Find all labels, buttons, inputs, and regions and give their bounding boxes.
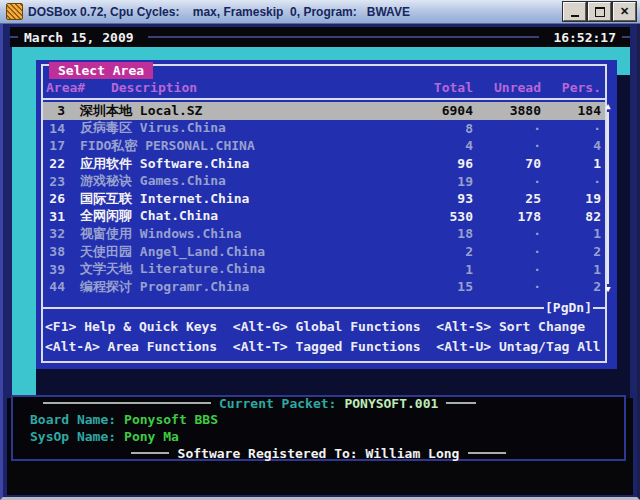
area-personal-count: ·: [541, 121, 601, 136]
area-list-row[interactable]: 44 编程探讨 Programr.China 15 · 2: [43, 278, 605, 296]
divider: [446, 402, 476, 404]
area-total-count: 4: [387, 138, 473, 153]
area-list-row[interactable]: 22 应用软件 Software.China 96 70 1: [43, 155, 605, 173]
packet-info-box: Current Packet: PONYSOFT.001 Board Name:…: [11, 395, 626, 461]
area-description: 反病毒区 Virus.China: [65, 119, 387, 137]
list-header: Area# Description Total Unread Pers.: [43, 78, 605, 96]
area-description: 国际互联 Internet.China: [65, 190, 387, 208]
function-keys-line2: <Alt-A> Area Functions <Alt-T> Tagged Fu…: [43, 338, 605, 356]
area-description: 游戏秘诀 Games.China: [65, 172, 387, 190]
column-header-pers: Pers.: [541, 80, 601, 95]
area-list-row[interactable]: 32 视窗使用 Windows.China 18 · 1: [43, 225, 605, 243]
packet-label: Current Packet:: [219, 396, 336, 411]
divider: [622, 36, 630, 38]
window-title: DOSBox 0.72, Cpu Cycles: max, Frameskip …: [28, 5, 563, 19]
area-unread-count: ·: [473, 279, 541, 294]
area-number: 31: [43, 209, 65, 224]
window-controls: ✕: [563, 2, 636, 21]
panel-shadow-right: [617, 75, 630, 400]
area-personal-count: 184: [541, 103, 601, 118]
area-list-row[interactable]: 26 国际互联 Internet.China 93 25 19: [43, 190, 605, 208]
divider: [43, 307, 544, 309]
area-total-count: 19: [387, 174, 473, 189]
pgdn-separator: [PgDn]: [43, 300, 605, 316]
current-time: 16:52:17: [553, 30, 616, 45]
scrollbar-track[interactable]: [607, 112, 609, 284]
minimize-button[interactable]: [563, 2, 586, 21]
area-list-row[interactable]: 3 深圳本地 Local.SZ 6904 3880 184: [43, 102, 605, 120]
dos-display: March 15, 2009 16:52:17 Select Area Area…: [0, 24, 640, 500]
column-header-unread: Unread: [473, 80, 541, 95]
area-total-count: 18: [387, 226, 473, 241]
area-number: 17: [43, 138, 65, 153]
board-name-line: Board Name: Ponysoft BBS: [13, 411, 624, 428]
area-personal-count: 82: [541, 209, 601, 224]
sysop-name-value: Pony Ma: [124, 429, 179, 444]
area-list-row[interactable]: 17 FIDO私密 PERSONAL.CHINA 4 · 4: [43, 137, 605, 155]
function-keys-line1: <F1> Help & Quick Keys <Alt-G> Global Fu…: [43, 318, 605, 336]
area-total-count: 530: [387, 209, 473, 224]
window-titlebar[interactable]: DOSBox 0.72, Cpu Cycles: max, Frameskip …: [0, 0, 640, 24]
scroll-down-icon[interactable]: ▼: [605, 285, 610, 294]
packet-value: PONYSOFT.001: [344, 396, 438, 411]
area-unread-count: ·: [473, 262, 541, 277]
area-list-row[interactable]: 31 全网闲聊 Chat.China 530 178 82: [43, 208, 605, 226]
area-description: 天使田园 Angel_Land.China: [65, 243, 387, 261]
area-personal-count: 4: [541, 138, 601, 153]
area-unread-count: ·: [473, 226, 541, 241]
area-list-row[interactable]: 39 文学天地 Literature.China 1 · 1: [43, 260, 605, 278]
close-icon: ✕: [620, 6, 629, 17]
area-total-count: 8: [387, 121, 473, 136]
dos-desktop: Select Area Area# Description Total Unre…: [12, 47, 630, 400]
scrollbar[interactable]: ▲ ▼: [602, 102, 614, 294]
area-unread-count: 178: [473, 209, 541, 224]
divider: [468, 452, 506, 454]
area-total-count: 1: [387, 262, 473, 277]
close-button[interactable]: ✕: [613, 2, 636, 21]
divider: [148, 36, 540, 38]
area-total-count: 96: [387, 156, 473, 171]
area-personal-count: 19: [541, 191, 601, 206]
registered-line: Software Registered To: William Long: [13, 445, 624, 461]
area-total-count: 15: [387, 279, 473, 294]
restore-button[interactable]: [588, 2, 611, 21]
area-list-row[interactable]: 38 天使田园 Angel_Land.China 2 · 2: [43, 243, 605, 261]
current-packet-line: Current Packet: PONYSOFT.001: [13, 395, 624, 411]
area-number: 22: [43, 156, 65, 171]
area-description: 应用软件 Software.China: [65, 155, 387, 173]
sysop-name-label: SysOp Name:: [30, 429, 116, 444]
area-number: 44: [43, 279, 65, 294]
area-description: 文学天地 Literature.China: [65, 260, 387, 278]
scroll-up-icon[interactable]: ▲: [605, 102, 610, 111]
area-list-row[interactable]: 23 游戏秘诀 Games.China 19 · ·: [43, 172, 605, 190]
area-unread-count: 25: [473, 191, 541, 206]
area-description: 全网闲聊 Chat.China: [65, 207, 387, 225]
dosbox-icon: [6, 3, 23, 20]
area-unread-count: ·: [473, 174, 541, 189]
select-area-panel: Select Area Area# Description Total Unre…: [36, 60, 617, 369]
area-personal-count: ·: [541, 174, 601, 189]
minimize-icon: [571, 15, 579, 17]
restore-icon: [595, 7, 605, 17]
header-separator: [43, 98, 605, 100]
divider: [593, 307, 605, 309]
area-description: FIDO私密 PERSONAL.CHINA: [65, 137, 387, 155]
sysop-name-line: SysOp Name: Pony Ma: [13, 428, 624, 445]
area-number: 3: [43, 103, 65, 118]
area-description: 视窗使用 Windows.China: [65, 225, 387, 243]
area-list: 3 深圳本地 Local.SZ 6904 3880 184 14 反病毒区 Vi…: [43, 102, 605, 296]
column-header-area: Area#: [46, 80, 85, 95]
area-number: 39: [43, 262, 65, 277]
panel-border: Select Area Area# Description Total Unre…: [41, 64, 607, 363]
area-description: 深圳本地 Local.SZ: [65, 102, 387, 120]
area-list-row[interactable]: 14 反病毒区 Virus.China 8 · ·: [43, 120, 605, 138]
pgdn-indicator: [PgDn]: [545, 301, 592, 315]
area-personal-count: 1: [541, 226, 601, 241]
area-unread-count: ·: [473, 138, 541, 153]
current-date: March 15, 2009: [24, 30, 134, 45]
area-total-count: 93: [387, 191, 473, 206]
column-header-total: Total: [387, 80, 473, 95]
area-personal-count: 1: [541, 156, 601, 171]
area-total-count: 6904: [387, 103, 473, 118]
board-name-label: Board Name:: [30, 412, 116, 427]
